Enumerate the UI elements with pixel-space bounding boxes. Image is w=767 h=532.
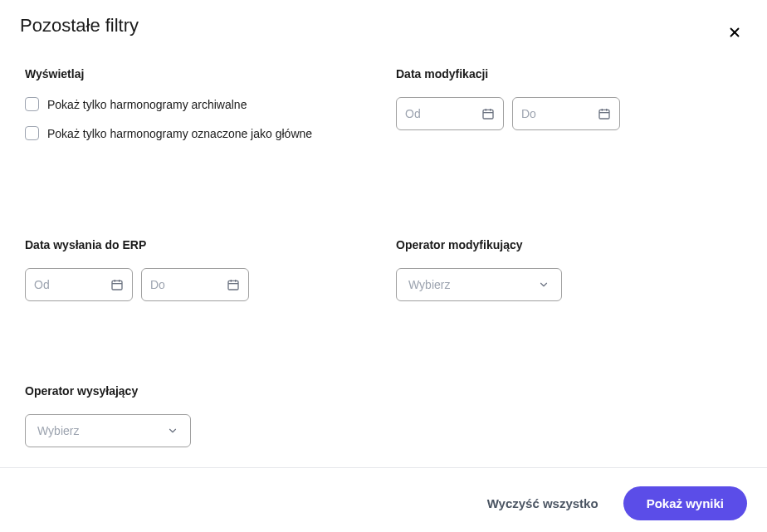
modifying-operator-select[interactable]: Wybierz xyxy=(396,268,562,301)
section-display: Wyświetlaj Pokaż tylko harmonogramy arch… xyxy=(25,67,371,155)
erp-sent-date-to[interactable] xyxy=(141,268,249,301)
modal-footer: Wyczyść wszystko Pokaż wyniki xyxy=(0,467,767,532)
modification-date-from-input[interactable] xyxy=(405,107,495,120)
modification-date-to-input[interactable] xyxy=(521,107,611,120)
section-modifying-operator: Operator modyfikujący Wybierz xyxy=(396,238,742,301)
modifying-operator-placeholder: Wybierz xyxy=(408,278,450,291)
erp-sent-date-to-input[interactable] xyxy=(150,278,240,291)
sending-operator-placeholder: Wybierz xyxy=(37,424,79,437)
empty-cell xyxy=(396,334,742,447)
checkbox-icon xyxy=(25,126,39,140)
close-button[interactable] xyxy=(722,20,747,47)
erp-sent-date-range xyxy=(25,268,371,301)
section-display-label: Wyświetlaj xyxy=(25,67,371,81)
checkbox-main[interactable]: Pokaż tylko harmonogramy oznaczone jako … xyxy=(25,126,371,140)
show-results-button[interactable]: Pokaż wyniki xyxy=(623,486,747,520)
chevron-down-icon xyxy=(167,425,178,437)
modal-header: Pozostałe filtry xyxy=(0,0,767,62)
section-sending-operator-label: Operator wysyłający xyxy=(25,384,371,398)
erp-sent-date-from-input[interactable] xyxy=(34,278,124,291)
checkbox-archival[interactable]: Pokaż tylko harmonogramy archiwalne xyxy=(25,97,371,111)
chevron-down-icon xyxy=(538,279,550,290)
checkbox-main-label: Pokaż tylko harmonogramy oznaczone jako … xyxy=(47,127,312,140)
modal-title: Pozostałe filtry xyxy=(20,15,139,37)
clear-all-button[interactable]: Wyczyść wszystko xyxy=(477,490,608,517)
checkbox-icon xyxy=(25,97,39,111)
checkbox-archival-label: Pokaż tylko harmonogramy archiwalne xyxy=(47,98,247,111)
close-icon xyxy=(727,25,742,40)
modal-body: Wyświetlaj Pokaż tylko harmonogramy arch… xyxy=(0,62,767,467)
sending-operator-select[interactable]: Wybierz xyxy=(25,414,191,447)
section-modification-date-label: Data modyfikacji xyxy=(396,67,742,81)
modification-date-to[interactable] xyxy=(512,97,620,130)
modification-date-from[interactable] xyxy=(396,97,504,130)
erp-sent-date-from[interactable] xyxy=(25,268,133,301)
modification-date-range xyxy=(396,97,742,130)
section-modifying-operator-label: Operator modyfikujący xyxy=(396,238,742,251)
section-modification-date: Data modyfikacji xyxy=(396,67,742,155)
section-erp-sent-date: Data wysłania do ERP xyxy=(25,238,371,301)
section-erp-sent-date-label: Data wysłania do ERP xyxy=(25,238,371,251)
section-sending-operator: Operator wysyłający Wybierz xyxy=(25,384,371,447)
